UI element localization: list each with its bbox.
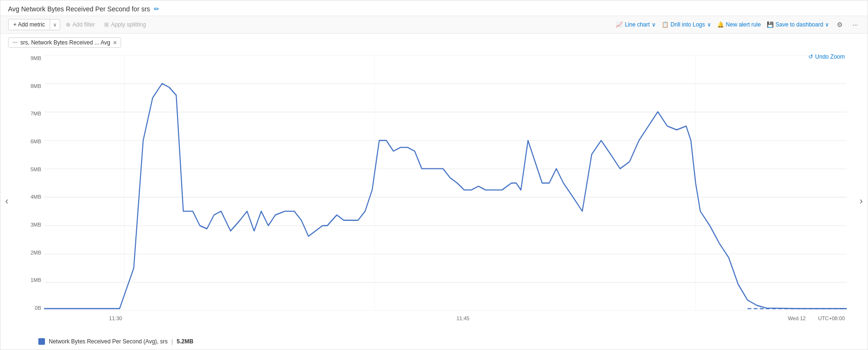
save-icon: 💾	[767, 21, 774, 28]
logs-chevron: ∨	[707, 21, 711, 28]
title-bar: Avg Network Bytes Received Per Second fo…	[0, 0, 868, 16]
y-label-5mb: 5MB	[30, 166, 41, 172]
line-chart-chevron: ∨	[652, 21, 656, 28]
drill-into-logs-label: Drill into Logs	[671, 21, 705, 28]
logs-icon: 📋	[662, 21, 669, 28]
save-to-dashboard-label: Save to dashboard	[776, 21, 824, 28]
add-metric-dropdown[interactable]: + Add metric ∨	[8, 19, 60, 30]
line-chart-svg	[44, 55, 847, 311]
drill-into-logs-button[interactable]: 📋 Drill into Logs ∨	[662, 19, 711, 30]
apply-splitting-label: Apply splitting	[111, 21, 146, 28]
legend-area: Network Bytes Received Per Second (Avg),…	[0, 334, 868, 350]
legend-color-box	[38, 338, 45, 345]
y-label-0b: 0B	[35, 305, 41, 311]
y-label-4mb: 4MB	[30, 194, 41, 200]
line-chart-button[interactable]: 📈 Line chart ∨	[616, 19, 656, 30]
save-chevron: ∨	[825, 21, 829, 28]
chart-plot-area	[44, 55, 847, 311]
new-alert-rule-button[interactable]: 🔔 New alert rule	[717, 19, 761, 30]
x-label-1145: 11:45	[456, 315, 469, 321]
y-label-7mb: 7MB	[30, 111, 41, 116]
filter-icon: ⊕	[66, 21, 71, 28]
edit-icon[interactable]: ✏	[154, 5, 159, 13]
main-chart-line	[44, 84, 847, 309]
metric-tag: 〰 srs, Network Bytes Received ... Avg ×	[8, 37, 121, 48]
legend-separator: |	[171, 338, 173, 345]
y-label-3mb: 3MB	[30, 222, 41, 228]
chart-title: Avg Network Bytes Received Per Second fo…	[8, 5, 150, 13]
add-filter-label: Add filter	[72, 21, 95, 28]
legend-label: Network Bytes Received Per Second (Avg),…	[49, 338, 168, 345]
toolbar-right: 📈 Line chart ∨ 📋 Drill into Logs ∨ 🔔 New…	[616, 19, 860, 30]
undo-icon: ↺	[808, 53, 813, 60]
metric-tag-close-button[interactable]: ×	[113, 39, 117, 46]
nav-right-button[interactable]: ›	[856, 192, 867, 210]
alert-icon: 🔔	[717, 21, 724, 28]
y-label-9mb: 9MB	[30, 55, 41, 61]
toolbar-left: + Add metric ∨ ⊕ Add filter ⊞ Apply spli…	[8, 19, 150, 30]
y-label-6mb: 6MB	[30, 139, 41, 144]
add-filter-button[interactable]: ⊕ Add filter	[62, 19, 98, 30]
y-axis: 9MB 8MB 7MB 6MB 5MB 4MB 3MB 2MB 1MB 0B	[21, 55, 44, 311]
page-wrapper: Avg Network Bytes Received Per Second fo…	[0, 0, 868, 350]
add-metric-chevron[interactable]: ∨	[50, 20, 60, 30]
metric-tag-label: srs, Network Bytes Received ... Avg	[20, 39, 110, 46]
x-label-wed12: Wed 12	[788, 315, 806, 321]
line-chart-icon: 📈	[616, 21, 623, 28]
more-options-button[interactable]: ···	[850, 19, 860, 30]
save-to-dashboard-button[interactable]: 💾 Save to dashboard ∨	[767, 19, 830, 30]
toolbar: + Add metric ∨ ⊕ Add filter ⊞ Apply spli…	[0, 16, 868, 34]
metric-tag-area: 〰 srs, Network Bytes Received ... Avg ×	[0, 34, 868, 52]
settings-button[interactable]: ⚙	[835, 19, 845, 30]
split-icon: ⊞	[104, 21, 109, 28]
undo-zoom-button[interactable]: ↺ Undo Zoom	[808, 53, 845, 60]
apply-splitting-button[interactable]: ⊞ Apply splitting	[100, 19, 150, 30]
timezone-label: UTC+08:00	[818, 315, 845, 321]
line-chart-label: Line chart	[625, 21, 650, 28]
x-label-1130: 11:30	[109, 315, 122, 321]
legend-value: 5.2MB	[177, 338, 193, 345]
y-label-1mb: 1MB	[30, 277, 41, 283]
x-axis: 11:30 11:45 Wed 12	[44, 315, 847, 321]
y-label-2mb: 2MB	[30, 250, 41, 255]
new-alert-rule-label: New alert rule	[726, 21, 761, 28]
add-metric-button[interactable]: + Add metric	[9, 19, 50, 30]
nav-left-button[interactable]: ‹	[1, 192, 12, 210]
y-label-8mb: 8MB	[30, 83, 41, 89]
undo-zoom-label: Undo Zoom	[815, 53, 845, 60]
metric-tag-icon: 〰	[12, 40, 18, 45]
